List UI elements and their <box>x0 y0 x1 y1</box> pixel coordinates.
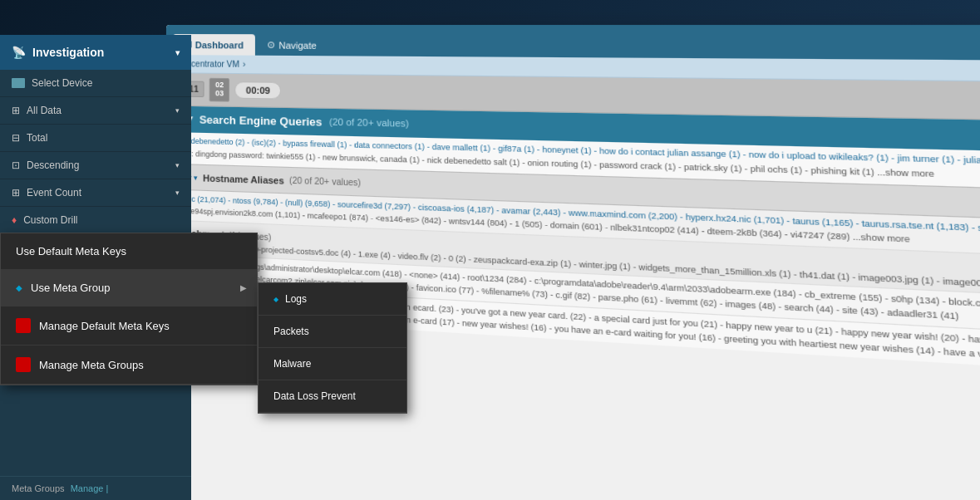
hostname-count: (20 of 20+ values) <box>289 175 361 187</box>
search-count: (20 of 20+ values) <box>329 117 409 130</box>
event-count-label: Event Count <box>27 187 81 199</box>
dropdown-item-use-meta-group[interactable]: ◆ Use Meta Group ▶ <box>1 270 257 306</box>
total-label: Total <box>27 132 47 144</box>
sidebar-item-event-count[interactable]: ⊞ Event Count ▾ <box>0 179 191 207</box>
sub-dropdown: ◆ Logs Packets Malware Data Loss Prevent <box>258 282 407 414</box>
use-meta-group-label: Use Meta Group <box>31 282 110 294</box>
default-meta-keys-label: Use Default Meta Keys <box>16 245 126 257</box>
dropdown-menu: Use Default Meta Keys ◆ Use Meta Group ▶… <box>0 233 258 385</box>
sub-item-packets[interactable]: Packets <box>259 316 406 348</box>
descending-label: Descending <box>27 159 79 171</box>
descending-chevron: ▾ <box>175 161 180 169</box>
time-box: 00:09 <box>234 81 281 99</box>
grid-icon: ⊞ <box>12 105 20 116</box>
packets-label: Packets <box>273 326 309 337</box>
sub-item-malware[interactable]: Malware <box>259 348 406 380</box>
drill-icon: ♦ <box>12 214 17 226</box>
red-box-icon <box>16 318 31 333</box>
hostname-title: Hostname Aliases <box>203 173 284 186</box>
malware-label: Malware <box>273 358 311 370</box>
data-loss-prevent-label: Data Loss Prevent <box>273 390 356 402</box>
background-dashboard: ⊞ Dashboard ⊙ Navigate Concentrator VM ›… <box>162 25 980 500</box>
event-icon: ⊞ <box>12 187 20 199</box>
custom-drill-label: Custom Drill <box>23 214 77 226</box>
diamond-icon: ◆ <box>16 283 22 292</box>
sub-item-data-loss-prevent[interactable]: Data Loss Prevent <box>259 380 406 413</box>
sidebar-chevron[interactable]: ▾ <box>175 48 180 57</box>
manage-default-keys-label: Manage Default Meta Keys <box>39 320 170 332</box>
device-icon <box>12 78 25 88</box>
sidebar-item-custom-drill[interactable]: ♦ Custom Drill <box>0 207 191 234</box>
sidebar-item-select-device[interactable]: Select Device <box>0 70 191 97</box>
dropdown-item-default-meta-keys[interactable]: Use Default Meta Keys <box>1 233 257 270</box>
logs-label: Logs <box>285 293 307 305</box>
dropdown-item-manage-default-keys[interactable]: Manage Default Meta Keys <box>1 306 257 346</box>
dropdown-item-manage-meta-groups[interactable]: Manage Meta Groups <box>1 346 257 385</box>
date-box: 02 03 <box>209 78 230 102</box>
event-count-chevron: ▾ <box>175 189 180 197</box>
sidebar-item-descending[interactable]: ⊡ Descending ▾ <box>0 152 191 179</box>
manage-meta-groups-label: Manage Meta Groups <box>39 359 144 371</box>
sidebar-title: Investigation <box>32 46 104 59</box>
all-data-chevron: ▾ <box>175 106 180 115</box>
dropdown-overlay: Use Default Meta Keys ◆ Use Meta Group ▶… <box>0 233 258 500</box>
logs-diamond-icon: ◆ <box>273 296 278 303</box>
bg-navigate-tab: ⊙ Navigate <box>255 34 328 56</box>
sidebar-item-all-data[interactable]: ⊞ All Data ▾ <box>0 97 191 125</box>
all-data-label: All Data <box>27 105 62 116</box>
sidebar-item-total[interactable]: ⊟ Total <box>0 125 191 152</box>
search-title: Search Engine Queries <box>199 113 323 128</box>
sub-item-logs[interactable]: ◆ Logs <box>259 283 406 316</box>
submenu-chevron-icon: ▶ <box>240 283 247 292</box>
descending-icon: ⊡ <box>12 159 20 171</box>
sidebar-header[interactable]: 📡 Investigation ▾ <box>0 35 191 70</box>
red-box-icon-2 <box>16 357 31 372</box>
select-device-label: Select Device <box>32 77 92 89</box>
total-icon: ⊟ <box>12 132 20 144</box>
